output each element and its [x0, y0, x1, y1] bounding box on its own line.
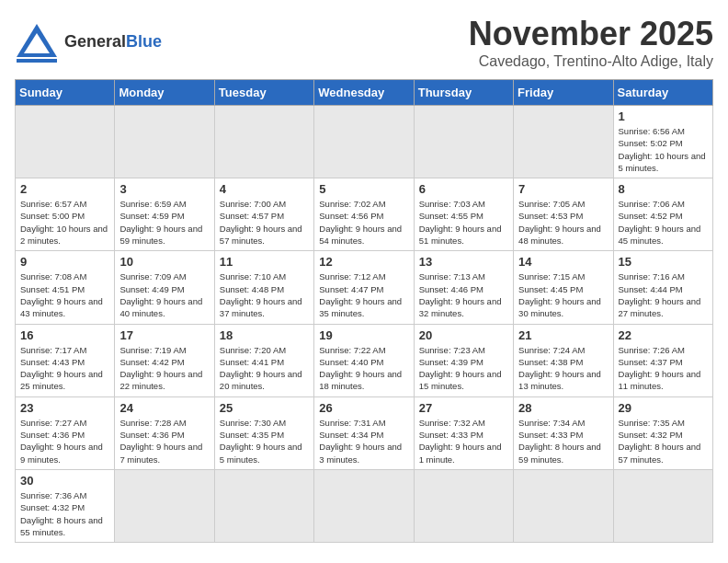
day-info: Sunrise: 7:23 AM Sunset: 4:39 PM Dayligh… — [419, 344, 508, 393]
day-number: 27 — [419, 401, 508, 415]
calendar-cell — [514, 469, 613, 542]
calendar-cell: 15Sunrise: 7:16 AM Sunset: 4:44 PM Dayli… — [613, 251, 712, 324]
calendar-cell: 11Sunrise: 7:10 AM Sunset: 4:48 PM Dayli… — [214, 251, 313, 324]
day-number: 29 — [619, 401, 708, 415]
calendar-cell: 24Sunrise: 7:28 AM Sunset: 4:36 PM Dayli… — [115, 396, 214, 469]
day-number: 24 — [119, 401, 209, 415]
calendar-cell: 4Sunrise: 7:00 AM Sunset: 4:57 PM Daylig… — [214, 178, 313, 251]
calendar-cell: 22Sunrise: 7:26 AM Sunset: 4:37 PM Dayli… — [613, 324, 712, 396]
svg-rect-2 — [17, 59, 57, 63]
calendar-cell — [314, 469, 414, 542]
day-info: Sunrise: 7:22 AM Sunset: 4:40 PM Dayligh… — [319, 344, 408, 393]
weekday-header-monday: Monday — [115, 80, 214, 106]
day-info: Sunrise: 7:02 AM Sunset: 4:56 PM Dayligh… — [319, 198, 408, 247]
weekday-header-thursday: Thursday — [414, 80, 513, 106]
location-title: Cavedago, Trentino-Alto Adige, Italy — [469, 53, 713, 70]
day-info: Sunrise: 7:31 AM Sunset: 4:34 PM Dayligh… — [319, 417, 408, 465]
calendar-cell: 5Sunrise: 7:02 AM Sunset: 4:56 PM Daylig… — [314, 178, 414, 251]
day-info: Sunrise: 7:36 AM Sunset: 4:32 PM Dayligh… — [20, 489, 109, 538]
day-number: 23 — [20, 401, 109, 415]
day-number: 15 — [619, 255, 708, 269]
day-info: Sunrise: 7:15 AM Sunset: 4:45 PM Dayligh… — [518, 270, 608, 319]
calendar-cell: 18Sunrise: 7:20 AM Sunset: 4:41 PM Dayli… — [214, 324, 313, 396]
day-number: 5 — [319, 182, 408, 196]
weekday-header-sunday: Sunday — [16, 80, 115, 106]
day-info: Sunrise: 7:19 AM Sunset: 4:42 PM Dayligh… — [119, 344, 209, 393]
calendar-cell: 6Sunrise: 7:03 AM Sunset: 4:55 PM Daylig… — [414, 178, 513, 251]
day-number: 19 — [319, 328, 408, 342]
calendar-cell: 17Sunrise: 7:19 AM Sunset: 4:42 PM Dayli… — [115, 324, 214, 396]
day-number: 4 — [220, 182, 309, 196]
calendar-cell: 25Sunrise: 7:30 AM Sunset: 4:35 PM Dayli… — [214, 396, 313, 469]
weekday-header-friday: Friday — [514, 80, 613, 106]
calendar-cell: 16Sunrise: 7:17 AM Sunset: 4:43 PM Dayli… — [16, 324, 115, 396]
calendar-cell — [314, 106, 414, 178]
calendar-cell: 3Sunrise: 6:59 AM Sunset: 4:59 PM Daylig… — [115, 178, 214, 251]
calendar-cell: 30Sunrise: 7:36 AM Sunset: 4:32 PM Dayli… — [16, 469, 115, 542]
calendar-cell: 19Sunrise: 7:22 AM Sunset: 4:40 PM Dayli… — [314, 324, 414, 396]
calendar-cell: 9Sunrise: 7:08 AM Sunset: 4:51 PM Daylig… — [16, 251, 115, 324]
day-number: 25 — [220, 401, 309, 415]
calendar-cell: 28Sunrise: 7:34 AM Sunset: 4:33 PM Dayli… — [514, 396, 613, 469]
day-info: Sunrise: 7:06 AM Sunset: 4:52 PM Dayligh… — [619, 198, 708, 247]
day-number: 3 — [119, 182, 209, 196]
day-info: Sunrise: 7:05 AM Sunset: 4:53 PM Dayligh… — [518, 198, 608, 247]
day-info: Sunrise: 7:30 AM Sunset: 4:35 PM Dayligh… — [220, 417, 309, 465]
calendar-cell: 20Sunrise: 7:23 AM Sunset: 4:39 PM Dayli… — [414, 324, 513, 396]
day-number: 12 — [319, 255, 408, 269]
title-section: November 2025 Cavedago, Trentino-Alto Ad… — [469, 15, 713, 70]
logo-icon — [15, 22, 59, 63]
calendar-cell — [214, 106, 313, 178]
day-info: Sunrise: 7:28 AM Sunset: 4:36 PM Dayligh… — [119, 417, 209, 465]
day-number: 11 — [220, 255, 309, 269]
day-info: Sunrise: 7:20 AM Sunset: 4:41 PM Dayligh… — [220, 344, 309, 393]
day-number: 2 — [20, 182, 109, 196]
day-info: Sunrise: 7:16 AM Sunset: 4:44 PM Dayligh… — [619, 270, 708, 319]
day-info: Sunrise: 7:32 AM Sunset: 4:33 PM Dayligh… — [419, 417, 508, 465]
calendar-week-row: 1Sunrise: 6:56 AM Sunset: 5:02 PM Daylig… — [16, 106, 713, 178]
calendar-cell: 21Sunrise: 7:24 AM Sunset: 4:38 PM Dayli… — [514, 324, 613, 396]
calendar-cell: 29Sunrise: 7:35 AM Sunset: 4:32 PM Dayli… — [613, 396, 712, 469]
calendar-week-row: 2Sunrise: 6:57 AM Sunset: 5:00 PM Daylig… — [16, 178, 713, 251]
day-number: 26 — [319, 401, 408, 415]
day-number: 21 — [518, 328, 608, 342]
calendar-cell: 10Sunrise: 7:09 AM Sunset: 4:49 PM Dayli… — [115, 251, 214, 324]
day-info: Sunrise: 7:03 AM Sunset: 4:55 PM Dayligh… — [419, 198, 508, 247]
calendar-cell: 26Sunrise: 7:31 AM Sunset: 4:34 PM Dayli… — [314, 396, 414, 469]
day-number: 14 — [518, 255, 608, 269]
calendar-cell — [613, 469, 712, 542]
day-info: Sunrise: 7:24 AM Sunset: 4:38 PM Dayligh… — [518, 344, 608, 393]
calendar-table: SundayMondayTuesdayWednesdayThursdayFrid… — [15, 79, 713, 543]
day-number: 8 — [619, 182, 708, 196]
calendar-cell: 14Sunrise: 7:15 AM Sunset: 4:45 PM Dayli… — [514, 251, 613, 324]
calendar-cell: 8Sunrise: 7:06 AM Sunset: 4:52 PM Daylig… — [613, 178, 712, 251]
calendar-cell — [414, 469, 513, 542]
day-info: Sunrise: 6:57 AM Sunset: 5:00 PM Dayligh… — [20, 198, 109, 247]
calendar-cell — [115, 469, 214, 542]
day-number: 22 — [619, 328, 708, 342]
page-header: GeneralBlue November 2025 Cavedago, Tren… — [15, 15, 713, 70]
day-number: 18 — [220, 328, 309, 342]
calendar-cell — [115, 106, 214, 178]
day-number: 30 — [20, 474, 109, 488]
day-info: Sunrise: 7:17 AM Sunset: 4:43 PM Dayligh… — [20, 344, 109, 393]
calendar-cell: 27Sunrise: 7:32 AM Sunset: 4:33 PM Dayli… — [414, 396, 513, 469]
day-info: Sunrise: 7:26 AM Sunset: 4:37 PM Dayligh… — [619, 344, 708, 393]
logo: GeneralBlue — [15, 22, 162, 63]
weekday-header-row: SundayMondayTuesdayWednesdayThursdayFrid… — [16, 80, 713, 106]
logo-text: GeneralBlue — [64, 33, 162, 52]
calendar-cell: 23Sunrise: 7:27 AM Sunset: 4:36 PM Dayli… — [16, 396, 115, 469]
day-number: 7 — [518, 182, 608, 196]
day-info: Sunrise: 6:59 AM Sunset: 4:59 PM Dayligh… — [119, 198, 209, 247]
calendar-week-row: 30Sunrise: 7:36 AM Sunset: 4:32 PM Dayli… — [16, 469, 713, 542]
day-number: 10 — [119, 255, 209, 269]
day-info: Sunrise: 7:13 AM Sunset: 4:46 PM Dayligh… — [419, 270, 508, 319]
day-number: 20 — [419, 328, 508, 342]
day-info: Sunrise: 6:56 AM Sunset: 5:02 PM Dayligh… — [619, 125, 708, 174]
day-info: Sunrise: 7:08 AM Sunset: 4:51 PM Dayligh… — [20, 270, 109, 319]
day-number: 17 — [119, 328, 209, 342]
calendar-cell: 1Sunrise: 6:56 AM Sunset: 5:02 PM Daylig… — [613, 106, 712, 178]
calendar-cell — [414, 106, 513, 178]
calendar-cell: 13Sunrise: 7:13 AM Sunset: 4:46 PM Dayli… — [414, 251, 513, 324]
day-info: Sunrise: 7:27 AM Sunset: 4:36 PM Dayligh… — [20, 417, 109, 465]
